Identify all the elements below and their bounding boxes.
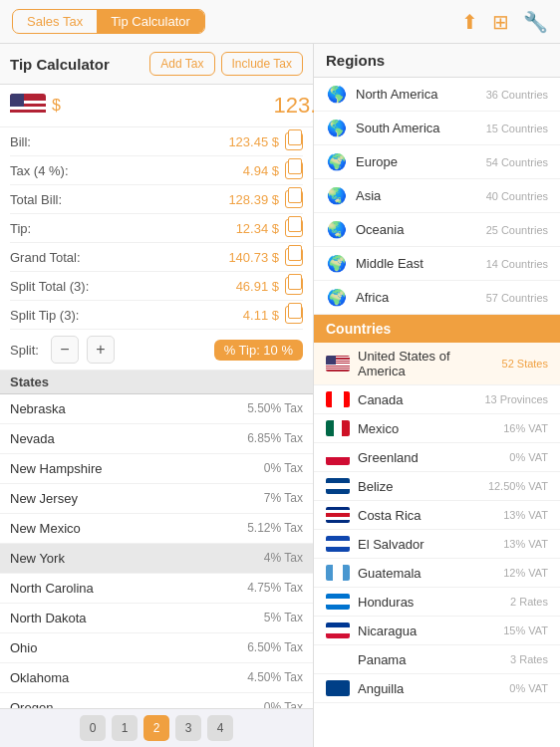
bill-copy-icon[interactable] [285,132,303,150]
states-list[interactable]: Nebraska 5.50% Tax Nevada 6.85% Tax New … [0,394,313,708]
bill-value-group: 123.45 $ [209,132,303,150]
bill-input[interactable] [67,93,341,119]
split-total-row: Split Total (3): 46.91 $ [10,272,303,301]
page-dot-2[interactable]: 2 [143,715,169,741]
country-item[interactable]: Honduras 2 Rates [314,588,560,617]
tip-calculator-tab[interactable]: Tip Calculator [97,10,204,33]
right-panel: Regions 🌎 North America 36 Countries 🌎 S… [314,44,560,747]
country-name: Greenland [358,450,501,465]
country-flag [326,651,350,667]
calculator-icon[interactable]: ⊞ [492,10,509,34]
state-row[interactable]: Ohio 6.50% Tax [0,633,313,663]
country-info: 13% VAT [503,509,548,521]
region-count: 36 Countries [486,89,548,101]
calc-rows: Bill: 123.45 $ Tax (4 %): 4.94 $ Total B… [0,127,313,330]
state-row[interactable]: Oklahoma 4.50% Tax [0,663,313,693]
bill-label: Bill: [10,134,31,149]
countries-list: United States of America 52 States Canad… [314,343,560,703]
page-dot-4[interactable]: 4 [207,715,233,741]
page-dot-0[interactable]: 0 [80,715,106,741]
state-row[interactable]: New Hampshire 0% Tax [0,454,313,484]
add-tax-button[interactable]: Add Tax [149,52,214,76]
region-item[interactable]: 🌍 Europe 54 Countries [314,145,560,179]
tip-copy-icon[interactable] [285,219,303,237]
share-icon[interactable]: ⬆ [461,10,478,34]
state-row[interactable]: North Dakota 5% Tax [0,604,313,633]
country-item[interactable]: Canada 13 Provinces [314,385,560,414]
country-name: United States of America [358,349,494,378]
country-name: Anguilla [358,681,501,696]
country-item[interactable]: Belize 12.50% VAT [314,472,560,501]
state-tax: 6.50% Tax [247,640,303,655]
country-item[interactable]: Panama 3 Rates [314,645,560,674]
region-name: Middle East [356,256,478,271]
bill-row: Bill: 123.45 $ [10,127,303,156]
split-decrement-button[interactable]: − [51,336,79,364]
region-item[interactable]: 🌍 Africa 57 Countries [314,281,560,315]
region-count: 57 Countries [486,292,548,304]
country-item[interactable]: Guatemala 12% VAT [314,559,560,588]
region-item[interactable]: 🌏 Asia 40 Countries [314,179,560,213]
country-name: Costa Rica [358,508,495,523]
region-icon: 🌍 [326,152,348,171]
region-icon: 🌎 [326,85,348,104]
left-panel: Tip Calculator Add Tax Include Tax $ Bil… [0,44,314,747]
region-name: South America [356,121,478,135]
region-name: Africa [356,290,478,305]
split-tip-label: Split Tip (3): [10,308,79,323]
regions-header: Regions [314,44,560,78]
country-item[interactable]: Anguilla 0% VAT [314,674,560,703]
grand-total-value: 140.73 $ [209,250,279,265]
region-item[interactable]: 🌎 North America 36 Countries [314,78,560,112]
tip-value-group: 12.34 $ [209,219,303,237]
region-item[interactable]: 🌍 Middle East 14 Countries [314,247,560,281]
state-row[interactable]: Oregon 0% Tax [0,693,313,708]
country-item[interactable]: El Salvador 13% VAT [314,530,560,559]
country-name: Mexico [358,421,495,436]
country-info: 0% VAT [509,682,548,694]
state-name: Oklahoma [10,670,69,685]
country-item[interactable]: Mexico 16% VAT [314,414,560,443]
total-bill-copy-icon[interactable] [285,190,303,208]
split-total-copy-icon[interactable] [285,277,303,295]
state-row[interactable]: New Jersey 7% Tax [0,484,313,514]
tab-group: Sales Tax Tip Calculator [12,9,205,34]
include-tax-button[interactable]: Include Tax [221,52,304,76]
header-btn-group: Add Tax Include Tax [149,52,303,76]
page-control: 01234 [0,708,313,747]
country-item[interactable]: United States of America 52 States [314,343,560,385]
state-row[interactable]: Nevada 6.85% Tax [0,424,313,454]
region-count: 54 Countries [486,156,548,168]
page-dot-1[interactable]: 1 [112,715,138,741]
region-item[interactable]: 🌎 South America 15 Countries [314,112,560,145]
region-item[interactable]: 🌏 Oceania 25 Countries [314,213,560,247]
country-flag [326,420,350,436]
sales-tax-tab[interactable]: Sales Tax [13,10,97,33]
split-tip-copy-icon[interactable] [285,306,303,324]
state-name: New York [10,551,65,566]
state-row[interactable]: North Carolina 4.75% Tax [0,574,313,604]
state-row[interactable]: Nebraska 5.50% Tax [0,394,313,424]
state-row[interactable]: New York 4% Tax [0,544,313,574]
settings-icon[interactable]: 🔧 [523,10,548,34]
country-info: 13 Provinces [484,393,548,405]
page-dot-3[interactable]: 3 [175,715,201,741]
country-name: Panama [358,652,502,667]
country-name: Nicaragua [358,623,495,638]
state-name: New Hampshire [10,461,102,476]
grand-total-copy-icon[interactable] [285,248,303,266]
country-info: 0% VAT [509,451,548,463]
country-item[interactable]: Nicaragua 15% VAT [314,617,560,645]
split-increment-button[interactable]: + [87,336,115,364]
country-info: 12.50% VAT [488,480,548,492]
country-flag [326,536,350,552]
region-icon: 🌏 [326,220,348,239]
state-row[interactable]: New Mexico 5.12% Tax [0,514,313,544]
country-flag [326,449,350,465]
tax-copy-icon[interactable] [285,161,303,179]
us-flag [10,94,46,118]
region-name: Oceania [356,222,478,237]
country-item[interactable]: Costa Rica 13% VAT [314,501,560,530]
country-item[interactable]: Greenland 0% VAT [314,443,560,472]
state-name: New Jersey [10,491,78,506]
